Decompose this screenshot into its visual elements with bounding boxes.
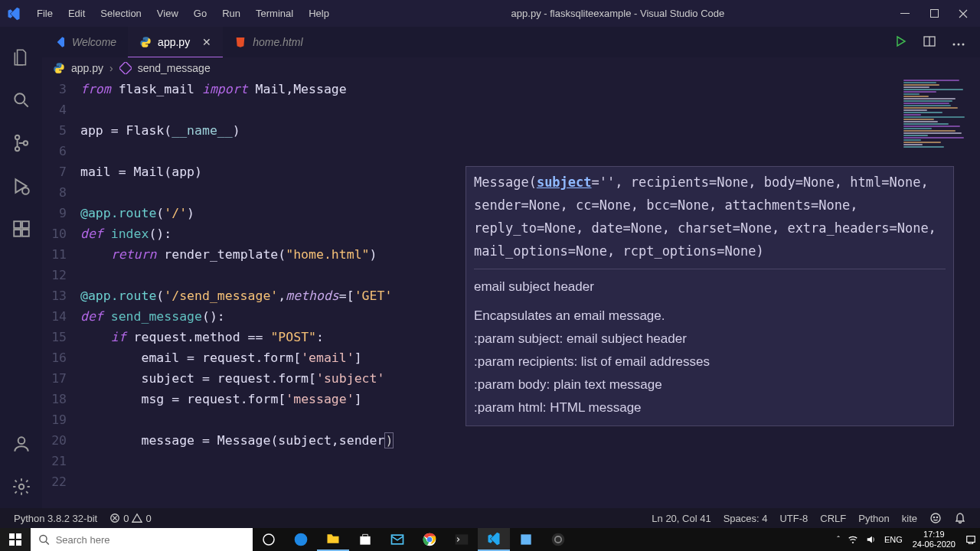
- start-button[interactable]: [0, 528, 31, 551]
- status-indent[interactable]: Spaces: 4: [717, 513, 774, 524]
- svg-point-14: [953, 44, 956, 46]
- source-control-icon[interactable]: [11, 132, 32, 154]
- taskbar-search-input[interactable]: [56, 534, 245, 546]
- code-line[interactable]: 4: [42, 99, 980, 120]
- tab-welcome[interactable]: Welcome: [42, 27, 128, 57]
- svg-rect-0: [900, 13, 910, 14]
- sig-brief: email subject header: [474, 276, 946, 298]
- tray-notifications-icon[interactable]: [962, 534, 980, 545]
- accounts-icon[interactable]: [11, 433, 32, 455]
- statusbar: Python 3.8.2 32-bit 0 0 Ln 20, Col 41 Sp…: [0, 508, 980, 528]
- status-kite[interactable]: kite: [896, 513, 923, 524]
- vscode-taskbar-icon[interactable]: [478, 528, 510, 551]
- tab-label: home.html: [253, 36, 302, 48]
- breadcrumb-file: app.py: [71, 62, 103, 74]
- explorer-icon[interactable]: [11, 47, 32, 68]
- svg-point-19: [931, 514, 940, 523]
- window-title: app.py - flasksqliteexample - Visual Stu…: [337, 8, 899, 19]
- svg-rect-24: [9, 540, 15, 546]
- svg-rect-37: [967, 536, 975, 543]
- code-line[interactable]: 20 message = Message(subject,sender): [42, 430, 980, 451]
- svg-rect-23: [16, 533, 21, 539]
- breadcrumb[interactable]: app.py › send_message: [42, 57, 980, 79]
- edge-icon[interactable]: [285, 528, 317, 551]
- taskbar-search[interactable]: [31, 528, 253, 551]
- split-editor-icon[interactable]: [923, 35, 937, 49]
- menu-selection[interactable]: Selection: [93, 5, 149, 22]
- store-icon[interactable]: [349, 528, 381, 551]
- settings-gear-icon[interactable]: [11, 476, 32, 497]
- svg-point-16: [962, 44, 965, 46]
- svg-rect-22: [9, 533, 15, 539]
- status-bell-icon[interactable]: [948, 512, 972, 524]
- html-file-icon: [234, 36, 247, 48]
- code-line[interactable]: 22: [42, 471, 980, 492]
- svg-point-15: [958, 44, 960, 46]
- search-icon: [38, 533, 50, 546]
- run-debug-icon[interactable]: [11, 175, 32, 197]
- maximize-icon[interactable]: [928, 8, 940, 20]
- tray-chevron-up-icon[interactable]: ˆ: [833, 535, 844, 544]
- status-problems[interactable]: 0 0: [103, 513, 157, 524]
- svg-rect-33: [456, 534, 469, 544]
- svg-point-6: [22, 187, 29, 194]
- status-python-version[interactable]: Python 3.8.2 32-bit: [8, 513, 103, 524]
- app-icon[interactable]: [510, 528, 542, 551]
- tab-home-html[interactable]: home.html: [223, 27, 314, 57]
- menu-go[interactable]: Go: [186, 5, 214, 22]
- menu-help[interactable]: Help: [301, 5, 337, 22]
- obs-icon[interactable]: [542, 528, 574, 551]
- svg-point-35: [552, 533, 565, 546]
- sig-doc-line: Encapsulates an email message.: [474, 305, 946, 328]
- svg-point-11: [18, 437, 24, 444]
- svg-point-5: [23, 141, 27, 145]
- svg-rect-1: [930, 10, 938, 18]
- status-language[interactable]: Python: [852, 513, 895, 524]
- code-line[interactable]: 5app = Flask(__name__): [42, 120, 980, 141]
- tab-label: app.py: [158, 36, 190, 48]
- sig-doc-line: :param recipients: list of email address…: [474, 350, 946, 373]
- python-file-icon: [53, 62, 65, 74]
- activity-bar: [0, 27, 42, 508]
- sig-doc-line: :param body: plain text message: [474, 373, 946, 396]
- python-file-icon: [139, 36, 152, 48]
- menu-file[interactable]: File: [29, 5, 60, 22]
- svg-point-26: [40, 536, 47, 543]
- svg-rect-34: [521, 534, 531, 544]
- chrome-icon[interactable]: [413, 528, 446, 551]
- tab-close-icon[interactable]: ✕: [202, 36, 211, 48]
- svg-point-2: [15, 93, 24, 103]
- tab-app-py[interactable]: app.py ✕: [128, 27, 223, 57]
- status-cursor-position[interactable]: Ln 20, Col 41: [645, 513, 717, 524]
- code-line[interactable]: 3from flask_mail import Mail,Message: [42, 79, 980, 99]
- menu-view[interactable]: View: [149, 5, 186, 22]
- tray-wifi-icon[interactable]: [844, 534, 862, 545]
- terminal-icon[interactable]: [446, 528, 478, 551]
- status-feedback-icon[interactable]: [923, 512, 948, 524]
- minimize-icon[interactable]: [899, 8, 911, 20]
- svg-point-28: [295, 533, 308, 546]
- more-actions-icon[interactable]: [952, 35, 966, 49]
- status-encoding[interactable]: UTF-8: [773, 513, 814, 524]
- status-eol[interactable]: CRLF: [814, 513, 852, 524]
- sig-doc-line: :param html: HTML message: [474, 396, 946, 419]
- tray-volume-icon[interactable]: [862, 534, 880, 545]
- extensions-icon[interactable]: [11, 218, 32, 240]
- code-line[interactable]: 21: [42, 451, 980, 471]
- svg-rect-7: [14, 221, 21, 228]
- menu-run[interactable]: Run: [214, 5, 248, 22]
- tray-clock[interactable]: 17:19 24-06-2020: [906, 530, 962, 549]
- svg-rect-9: [14, 230, 21, 236]
- sig-current-param: subject: [537, 174, 592, 190]
- menu-edit[interactable]: Edit: [60, 5, 93, 22]
- cortana-icon[interactable]: [253, 528, 285, 551]
- svg-point-20: [933, 517, 934, 517]
- run-file-icon[interactable]: [894, 35, 908, 49]
- search-icon[interactable]: [11, 90, 32, 111]
- file-explorer-icon[interactable]: [317, 528, 349, 551]
- mail-icon[interactable]: [381, 528, 413, 551]
- tray-lang[interactable]: ENG: [880, 535, 906, 544]
- menu-terminal[interactable]: Terminal: [248, 5, 301, 22]
- close-icon[interactable]: [957, 8, 969, 20]
- code-line[interactable]: 6: [42, 141, 980, 161]
